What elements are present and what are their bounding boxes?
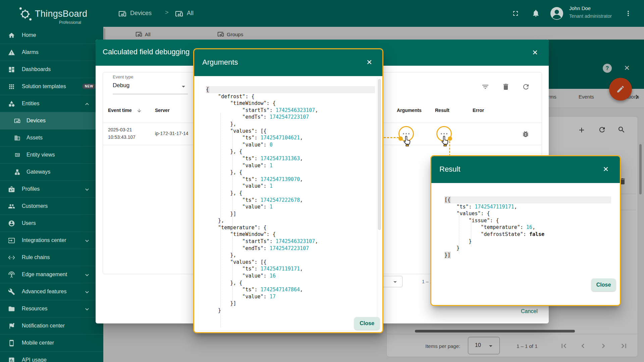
- sidebar-item-label: Dashboards: [22, 66, 51, 72]
- sidebar-item-gateways[interactable]: Gateways: [0, 164, 103, 181]
- rule-chains-icon: [8, 254, 15, 261]
- indent-guide: [232, 120, 233, 307]
- breadcrumb-all[interactable]: All: [187, 10, 194, 17]
- chevron-down-icon: [84, 289, 91, 296]
- solution-templates-icon: [8, 83, 15, 90]
- sidebar-item-label: Advanced features: [22, 289, 66, 295]
- sidebar-item-label: Profiles: [22, 186, 40, 192]
- event-type-select[interactable]: Debug: [113, 82, 129, 89]
- debug-bug-icon[interactable]: [522, 130, 530, 138]
- notification-center-icon: [8, 322, 15, 329]
- event-time-value: 2025-03-21: [108, 127, 132, 132]
- dashboards-icon: [8, 66, 15, 73]
- sidebar-item-resources[interactable]: Resources: [0, 300, 103, 317]
- devices-icon: [14, 118, 20, 124]
- close-icon[interactable]: ✕: [365, 58, 374, 67]
- close-icon[interactable]: ✕: [530, 48, 540, 57]
- sidebar-item-dashboards[interactable]: Dashboards: [0, 61, 103, 78]
- dialog-scrollbar[interactable]: [377, 78, 381, 329]
- sidebar-item-notification-center[interactable]: Notification center: [0, 317, 103, 335]
- sidebar-item-label: Mobile center: [22, 340, 54, 346]
- sidebar-item-label: Solution templates: [22, 83, 66, 89]
- app-edition: Professional: [59, 20, 81, 25]
- server-value: ip-172-31-17-14: [155, 131, 189, 136]
- result-dialog: Result ✕ [{ "ts": 1742547119171, "values…: [430, 155, 621, 306]
- entity-views-icon: [14, 152, 20, 158]
- chevron-down-icon[interactable]: [179, 82, 187, 90]
- assets-icon: [14, 135, 20, 141]
- users-icon: [8, 220, 15, 227]
- sidebar-item-label: Users: [22, 220, 36, 226]
- sidebar-item-api-usage[interactable]: API usage: [0, 352, 103, 362]
- sidebar-item-integrations-center[interactable]: Integrations center: [0, 232, 103, 249]
- chevron-down-icon: [84, 186, 91, 193]
- user-role: Tenant administrator: [569, 13, 612, 19]
- cancel-button[interactable]: Cancel: [521, 308, 538, 314]
- sidebar-item-label: Customers: [22, 203, 48, 209]
- sort-desc-icon[interactable]: [137, 108, 142, 113]
- result-json: [{ "ts": 1742547119171, "values": { "iss…: [444, 196, 611, 275]
- sidebar-item-mobile-center[interactable]: Mobile center: [0, 335, 103, 352]
- chevron-down-icon: [84, 306, 91, 313]
- dialog-scrollbar-thumb[interactable]: [378, 79, 381, 230]
- alarms-icon: [8, 49, 15, 56]
- integrations-icon: [8, 237, 15, 244]
- indent-guide: [459, 212, 459, 253]
- sidebar-item-label: Entities: [22, 101, 39, 107]
- close-button[interactable]: Close: [354, 317, 380, 330]
- close-icon[interactable]: ✕: [601, 165, 610, 174]
- hint-dot: [398, 136, 403, 141]
- sidebar-item-label: Home: [22, 32, 36, 38]
- edge-management-icon: [8, 271, 15, 278]
- arguments-dialog-header: Arguments ✕: [194, 49, 382, 76]
- sidebar-item-label: Edge management: [22, 272, 67, 278]
- sidebar-item-profiles[interactable]: Profiles: [0, 181, 103, 198]
- chevron-down-icon: [391, 278, 399, 286]
- sidebar-item-home[interactable]: Home: [0, 27, 103, 44]
- sidebar-item-rule-chains[interactable]: Rule chains: [0, 249, 103, 266]
- sidebar-item-advanced-features[interactable]: Advanced features: [0, 283, 103, 300]
- sidebar: Home Alarms Dashboards Solution template…: [0, 27, 103, 362]
- sidebar-item-users[interactable]: Users: [0, 215, 103, 232]
- breadcrumb-separator: >: [165, 9, 169, 16]
- sidebar-item-label: Resources: [22, 306, 47, 312]
- sidebar-item-label: Rule chains: [22, 254, 50, 260]
- field-underline: [113, 94, 188, 94]
- column-event-time[interactable]: Event time: [108, 108, 132, 113]
- indent-guide: [220, 113, 221, 327]
- gateways-icon: [14, 169, 20, 175]
- sidebar-item-edge-management[interactable]: Edge management: [0, 266, 103, 283]
- home-icon: [8, 32, 15, 39]
- close-button[interactable]: Close: [591, 279, 616, 291]
- sidebar-item-label: Devices: [26, 118, 46, 124]
- column-result: Result: [435, 108, 449, 113]
- breadcrumb-devices[interactable]: Devices: [130, 10, 152, 17]
- pointer-hand-icon: [403, 135, 412, 146]
- sidebar-item-label: Gateways: [26, 169, 50, 175]
- customers-icon: [8, 203, 15, 210]
- new-badge: NEW: [82, 83, 96, 89]
- sidebar-item-entities[interactable]: Entities: [0, 95, 103, 112]
- sidebar-item-entity-views[interactable]: Entity views: [0, 146, 103, 164]
- chevron-down-icon: [84, 237, 91, 244]
- notifications-bell-icon[interactable]: [532, 9, 540, 17]
- user-name: John Doe: [569, 5, 591, 11]
- sidebar-item-label: Integrations center: [22, 237, 66, 243]
- kebab-menu-icon[interactable]: [624, 9, 632, 17]
- sidebar-item-devices[interactable]: Devices: [0, 112, 103, 129]
- event-type-label: Event type: [113, 74, 133, 79]
- chevron-up-icon: [84, 101, 91, 108]
- profiles-icon: [8, 186, 15, 193]
- sidebar-item-customers[interactable]: Customers: [0, 198, 103, 215]
- fullscreen-icon[interactable]: [512, 9, 520, 17]
- sidebar-item-alarms[interactable]: Alarms: [0, 44, 103, 61]
- devices-icon: [118, 10, 126, 18]
- resources-icon: [8, 305, 15, 312]
- sidebar-item-solution-templates[interactable]: Solution templates NEW: [0, 78, 103, 95]
- avatar[interactable]: [550, 7, 564, 20]
- result-dialog-header: Result ✕: [431, 156, 620, 183]
- devices-icon: [175, 10, 183, 18]
- sidebar-item-assets[interactable]: Assets: [0, 129, 103, 146]
- sidebar-item-label: API usage: [22, 357, 47, 362]
- column-arguments: Arguments: [397, 108, 422, 113]
